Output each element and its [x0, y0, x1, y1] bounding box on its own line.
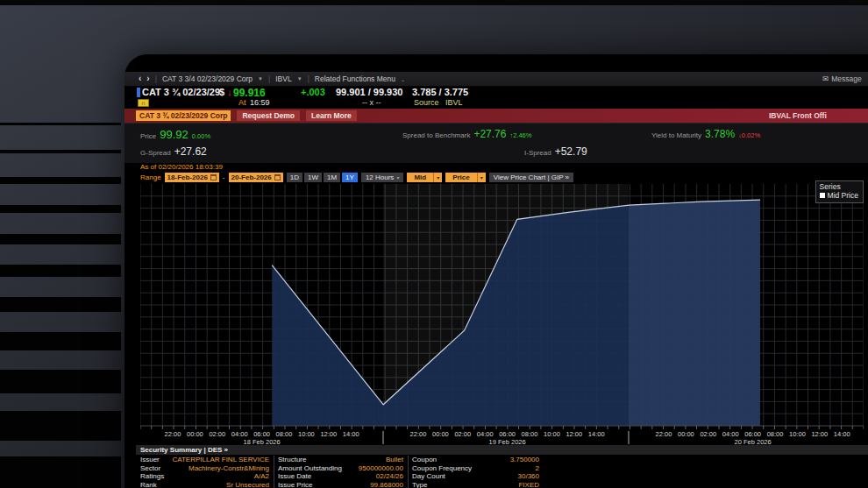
summary-label: Issue Price — [278, 481, 313, 488]
decor-stripe — [0, 332, 121, 350]
x-tick-label: 02:00 — [700, 430, 716, 438]
interval-dropdown[interactable]: 12 Hours ▾ — [361, 173, 403, 182]
cursor-block — [137, 88, 140, 97]
summary-row: Amount Outstanding950000000.00 — [278, 464, 403, 473]
chart-legend: Series Mid Price — [815, 180, 864, 203]
quote-line-2: ∩ At 16:59 -- x -- Source IBVL — [125, 98, 868, 109]
x-tick-label: 06:00 — [499, 430, 516, 438]
x-tick-label: 10:00 — [789, 430, 806, 438]
legend-item-mid-price[interactable]: Mid Price — [820, 191, 858, 200]
x-axis-day-separator — [629, 431, 630, 444]
divider: | — [268, 74, 270, 83]
summary-column: StructureBulletAmount Outstanding9500000… — [274, 456, 408, 488]
x-tick-label: 10:00 — [298, 430, 315, 438]
back-button[interactable]: ‹ — [139, 74, 141, 83]
message-button[interactable]: ✉ Message — [822, 74, 862, 83]
banner-security-chip: CAT 3 ¾ 02/23/2029 Corp — [136, 110, 231, 121]
summary-row: SectorMachinery-Constr&Mining — [140, 464, 269, 473]
summary-label: Rank — [140, 481, 157, 488]
security-summary-table: IssuerCATERPILLAR FINL SERVICESectorMach… — [140, 456, 544, 488]
learn-more-button[interactable]: Learn More — [306, 110, 357, 121]
legend-title: Series — [820, 182, 858, 191]
security-summary-header-link[interactable]: Security Summary | DES » — [136, 445, 868, 455]
summary-column: Coupon3.750000Coupon Frequency2Day Count… — [408, 456, 544, 488]
price-chart[interactable]: Series Mid Price — [140, 184, 864, 431]
security-menu[interactable]: CAT 3 3/4 02/23/2029 Corp — [162, 74, 253, 83]
function-menu[interactable]: IBVL — [275, 74, 291, 83]
summary-value: 3.750000 — [510, 456, 539, 464]
calendar-icon[interactable] — [210, 174, 217, 180]
x-tick-label: 04:00 — [231, 430, 248, 438]
x-tick-label: 14:00 — [588, 430, 605, 438]
range-presets: 1D1W1M1Y — [287, 173, 358, 182]
x-tick-label: 04:00 — [477, 430, 494, 438]
chevron-down-icon: ▾ — [477, 173, 486, 182]
date-from-input[interactable]: 18-Feb-2026 — [165, 173, 219, 182]
x-tick-label: 04:00 — [722, 430, 739, 438]
x-tick-label: 02:00 — [454, 430, 471, 438]
x-tick-label: 08:00 — [276, 430, 293, 438]
summary-label: Issuer — [140, 456, 160, 464]
price-field-dropdown[interactable]: Price ▾ — [445, 173, 486, 182]
related-functions-menu[interactable]: Related Functions Menu — [315, 74, 395, 83]
date-to-input[interactable]: 20-Feb-2026 — [229, 173, 283, 182]
preset-1y[interactable]: 1Y — [342, 173, 358, 182]
summary-value: 2 — [536, 464, 539, 473]
preset-1w[interactable]: 1W — [304, 173, 322, 182]
as-of-timestamp: As of 02/20/2026 18:03:39 — [140, 163, 223, 171]
preset-1d[interactable]: 1D — [287, 173, 302, 182]
summary-row: Issue Price99.868000 — [278, 481, 403, 488]
preset-1m[interactable]: 1M — [324, 173, 340, 182]
decor-stripe — [0, 234, 121, 244]
summary-value: CATERPILLAR FINL SERVICE — [172, 456, 269, 464]
forward-button[interactable]: › — [146, 74, 149, 83]
metric-price: Price 99.92 0.00% — [140, 128, 210, 141]
decor-stripe — [0, 265, 121, 277]
request-demo-button[interactable]: Request Demo — [237, 110, 300, 121]
chart-toolbar: Range 18-Feb-2026 - 20-Feb-2026 1D1W1M1Y… — [140, 172, 573, 182]
x-tick-label: 00:00 — [187, 430, 203, 438]
summary-value: Sr Unsecured — [226, 481, 269, 488]
summary-value: A/A2 — [254, 472, 269, 481]
terminal-window: ‹ › | CAT 3 3/4 02/23/2029 Corp ▼ | IBVL… — [125, 54, 868, 488]
summary-row: Day Count30/360 — [412, 472, 539, 481]
metric-g-spread: G-Spread +27.62 — [140, 145, 207, 158]
mid-price-area-chart[interactable] — [140, 184, 864, 431]
summary-row: Coupon3.750000 — [412, 456, 539, 464]
metrics-panel: Price 99.92 0.00% Spread to Benchmark +2… — [125, 123, 868, 163]
x-tick-label: 10:00 — [544, 430, 560, 438]
x-tick-label: 06:00 — [253, 430, 270, 438]
banner-right-label: IBVAL Front Offi — [769, 111, 827, 120]
summary-row: IssuerCATERPILLAR FINL SERVICE — [140, 456, 269, 464]
decor-stripe — [0, 177, 121, 184]
metric-spread-benchmark: Spread to Benchmark +27.76 ↑2.46% — [402, 128, 531, 140]
summary-value: 30/360 — [518, 472, 539, 481]
x-tick-label: 12:00 — [811, 430, 828, 438]
summary-row: RankSr Unsecured — [140, 481, 269, 488]
summary-value: FIXED — [518, 481, 539, 488]
summary-label: Coupon — [412, 456, 437, 464]
x-tick-label: 02:00 — [209, 430, 225, 438]
metric-yield-to-maturity: Yield to Maturity 3.78% ↓0.02% — [651, 128, 760, 140]
range-label: Range — [140, 173, 161, 181]
quote-currency: $ — [219, 87, 224, 97]
price-side-dropdown[interactable]: Mid ▾ — [407, 173, 442, 182]
source-value: IBVL — [445, 98, 463, 107]
view-price-chart-link[interactable]: View Price Chart | GIP » — [489, 173, 573, 182]
titlebar: ‹ › | CAT 3 3/4 02/23/2029 Corp ▼ | IBVL… — [125, 72, 868, 87]
summary-label: Coupon Frequency — [412, 464, 472, 473]
at-label: At — [238, 98, 246, 107]
calendar-icon[interactable] — [274, 174, 281, 180]
x-tick-label: 14:00 — [834, 430, 850, 438]
source-label: Source — [414, 98, 439, 107]
chevron-down-icon: ⌄ — [401, 76, 405, 82]
summary-label: Sector — [140, 464, 160, 473]
decor-stripe — [0, 205, 121, 213]
down-arrow-icon: ↓ — [227, 87, 232, 97]
chevron-down-icon: ▼ — [297, 76, 302, 81]
chevron-down-icon: ▾ — [396, 174, 399, 180]
envelope-icon: ✉ — [822, 74, 829, 83]
alert-icon[interactable]: ∩ — [138, 99, 149, 107]
quote-time: 16:59 — [250, 98, 270, 107]
promo-banner: CAT 3 ¾ 02/23/2029 Corp Request Demo Lea… — [125, 109, 868, 123]
